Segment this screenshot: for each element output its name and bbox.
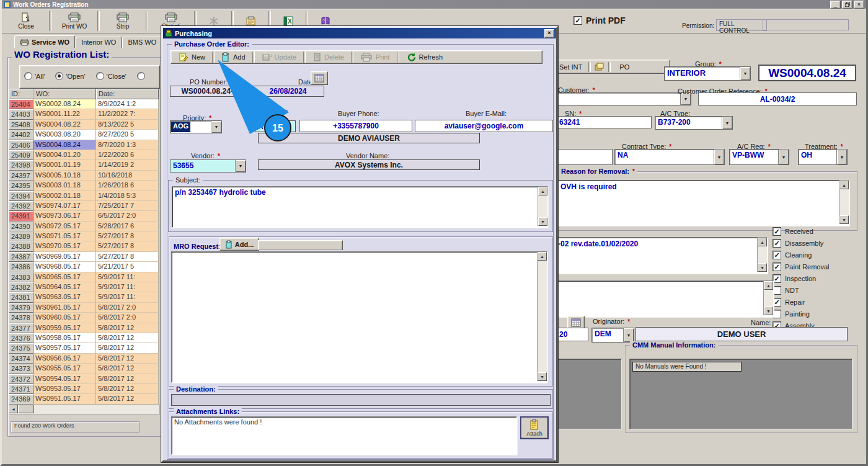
dialog-close-button[interactable]: × xyxy=(544,29,554,38)
scroll-down-arrow[interactable]: ▼ xyxy=(538,217,547,226)
table-row[interactable]: 24397WS0005.10.1810/16/2018 xyxy=(9,171,159,181)
table-hscrollbar[interactable]: ◄ xyxy=(9,405,160,414)
customer-select[interactable]: ▼ xyxy=(554,92,691,105)
scroll-down-arrow[interactable]: ▼ xyxy=(758,263,767,272)
tab-service-wo[interactable]: Service WO xyxy=(14,35,75,48)
buyer-phone-field[interactable]: +3355787900 xyxy=(299,120,412,132)
copy-icon[interactable] xyxy=(595,63,604,71)
chevron-down-icon[interactable]: ▼ xyxy=(778,150,789,164)
subject-scrollbar[interactable]: ▲ ▼ xyxy=(538,187,547,226)
attach-button[interactable]: Attach xyxy=(520,416,549,439)
table-row[interactable]: 24371WS0953.05.175/8/2017 12 xyxy=(9,384,159,394)
chevron-down-icon[interactable]: ▼ xyxy=(211,121,221,133)
treatment-select[interactable]: OH▼ xyxy=(798,149,848,165)
table-row[interactable]: 25409WS0004.01.201/22/2020 6 xyxy=(9,150,159,160)
originator-select[interactable]: DEM▼ xyxy=(591,328,634,343)
table-row[interactable]: 24402WS0003.08.208/27/2020 5 xyxy=(9,130,159,140)
column-header-date[interactable]: Date: xyxy=(96,89,159,99)
tab-interior-wo[interactable]: Interior WO xyxy=(76,37,122,48)
chevron-down-icon[interactable]: ▼ xyxy=(740,67,750,80)
unlabeled-field[interactable] xyxy=(554,149,613,165)
table-row[interactable]: 24374WS0956.05.175/8/2017 12 xyxy=(9,354,159,364)
mro-textarea[interactable]: ▲ ▼ xyxy=(171,251,547,383)
table-row[interactable]: 24398WS0001.01.191/14/2019 2 xyxy=(9,160,159,170)
tab-bms-wo[interactable]: BMS WO xyxy=(122,37,162,48)
remarks-textarea[interactable]: -02 rev.date.01/02/2020 ▲ ▼ xyxy=(544,237,768,274)
attachments-textarea[interactable]: No Attachments were found ! xyxy=(171,416,517,455)
checkbox-paint-removal[interactable]: ✓Paint Removal xyxy=(773,262,830,271)
table-row[interactable]: 24378WS0960.05.175/8/2017 2:0 xyxy=(9,313,159,323)
destination-field[interactable] xyxy=(171,394,551,406)
table-row[interactable]: 24369WS0951.05.175/8/2017 12 xyxy=(9,394,159,404)
table-row[interactable]: 24377WS0959.05.175/8/2017 12 xyxy=(9,323,159,333)
table-row[interactable]: 24376WS0958.05.175/8/2017 12 xyxy=(9,333,159,343)
ac-reg-select[interactable]: VP-BWW▼ xyxy=(729,149,789,165)
scroll-up-arrow[interactable]: ▲ xyxy=(538,252,547,261)
chevron-down-icon[interactable]: ▼ xyxy=(714,150,724,164)
set-int-button[interactable]: Set INT xyxy=(557,63,585,71)
checkbox-repair[interactable]: ✓Repair xyxy=(773,298,830,307)
table-row[interactable]: 24392WS0974.07.177/25/2017 7 xyxy=(9,201,159,211)
table-row[interactable]: 24394WS0002.01.181/4/2018 5:3 xyxy=(9,191,159,201)
buyer-field[interactable]: A xyxy=(255,120,296,132)
mro-add-tab[interactable]: Add... xyxy=(219,238,259,251)
add-button[interactable]: Add xyxy=(216,50,250,64)
scroll-down-arrow[interactable]: ▼ xyxy=(839,215,849,224)
table-row[interactable]: 24403WS0001.11.2211/2/2022 7: xyxy=(9,109,159,119)
notes-textarea[interactable]: ▲ ▼ xyxy=(544,280,774,317)
scroll-down-arrow[interactable]: ▼ xyxy=(764,307,773,315)
group-select[interactable]: INTERIOR▼ xyxy=(664,66,751,81)
po-date-value[interactable]: 26/08/2024 xyxy=(252,86,324,97)
table-row[interactable]: 25406WS0004.08.248/7/2020 1:3 xyxy=(9,140,159,150)
checkbox-cleaning[interactable]: ✓Cleaning xyxy=(773,251,830,259)
filter-radio-item[interactable] xyxy=(137,72,145,80)
scroll-up-arrow[interactable]: ▲ xyxy=(839,181,849,189)
chevron-down-icon[interactable]: ▼ xyxy=(623,328,634,342)
priority-select[interactable]: AOG ▼ xyxy=(170,120,222,133)
scroll-up-arrow[interactable]: ▲ xyxy=(764,281,773,290)
filter-radio-open[interactable]: 'Open' xyxy=(55,72,85,80)
mro-scrollbar[interactable]: ▲ ▼ xyxy=(537,252,547,381)
scroll-thumb[interactable] xyxy=(18,405,34,413)
chevron-down-icon[interactable]: ▼ xyxy=(722,117,732,129)
calendar-button[interactable] xyxy=(567,316,585,329)
remarks-scrollbar[interactable]: ▲ ▼ xyxy=(757,238,767,272)
vendor-select[interactable]: 53655▼ xyxy=(170,159,246,173)
filter-radio-all[interactable]: 'All' xyxy=(24,72,45,80)
toolbar-button-close[interactable]: Close xyxy=(7,10,45,32)
chevron-down-icon[interactable]: ▼ xyxy=(235,160,246,172)
chevron-down-icon[interactable]: ▼ xyxy=(836,150,847,164)
close-window-button[interactable]: × xyxy=(854,1,864,9)
checkbox-painting[interactable]: Painting xyxy=(773,310,830,318)
new-button[interactable]: New xyxy=(174,50,210,64)
table-row[interactable]: 24388WS0970.05.175/27/2017 8 xyxy=(9,241,159,251)
table-row[interactable]: 24382WS0964.05.175/9/2017 11: xyxy=(9,282,159,292)
scroll-left-arrow[interactable]: ◄ xyxy=(9,405,18,413)
ac-type-select[interactable]: B737-200▼ xyxy=(655,116,733,130)
sn-field[interactable]: 63241 xyxy=(554,116,652,128)
scroll-down-arrow[interactable]: ▼ xyxy=(538,372,547,381)
scroll-up-arrow[interactable]: ▲ xyxy=(758,238,767,246)
table-row[interactable]: 25404WS0002.08.248/9/2024 1:2 xyxy=(9,99,159,109)
minimize-button[interactable]: _ xyxy=(830,1,841,9)
reason-textarea[interactable]: OVH is required ▲ ▼ xyxy=(557,180,849,226)
table-row[interactable]: 25408WS0004.08.228/13/2022 5 xyxy=(9,120,159,130)
checkbox-ndt[interactable]: NDT xyxy=(773,286,830,295)
toolbar-button-strip[interactable]: Strip xyxy=(104,10,142,32)
table-row[interactable]: 24387WS0969.05.175/27/2017 8 xyxy=(9,252,159,262)
table-row[interactable]: 24390WS0972.05.175/28/2017 6 xyxy=(9,222,159,231)
restore-button[interactable] xyxy=(842,1,852,9)
table-row[interactable]: 24372WS0954.05.175/8/2017 12 xyxy=(9,374,159,384)
customer-order-ref-field[interactable]: AL-0034/2 xyxy=(698,92,857,105)
table-row[interactable]: 24379WS0961.05.175/8/2017 2:0 xyxy=(9,303,159,313)
checkbox-inspection[interactable]: ✓Inspection xyxy=(773,274,830,283)
table-row[interactable]: 24386WS0968.05.175/21/2017 5 xyxy=(9,262,159,272)
table-row[interactable]: 24389WS0971.05.175/27/2017 8 xyxy=(9,231,159,241)
column-header-id[interactable]: ID: xyxy=(9,89,33,99)
column-header-wo[interactable]: WO: xyxy=(33,89,96,99)
date-picker-button[interactable] xyxy=(311,71,328,85)
table-row[interactable]: 24391WS0973.06.176/5/2017 2:0 xyxy=(9,211,159,221)
buyer-email-field[interactable]: aviauser@google.com xyxy=(415,120,553,132)
table-row[interactable]: 24375WS0957.05.175/8/2017 12 xyxy=(9,343,159,353)
table-row[interactable]: 24395WS0003.01.181/26/2018 6 xyxy=(9,181,159,190)
